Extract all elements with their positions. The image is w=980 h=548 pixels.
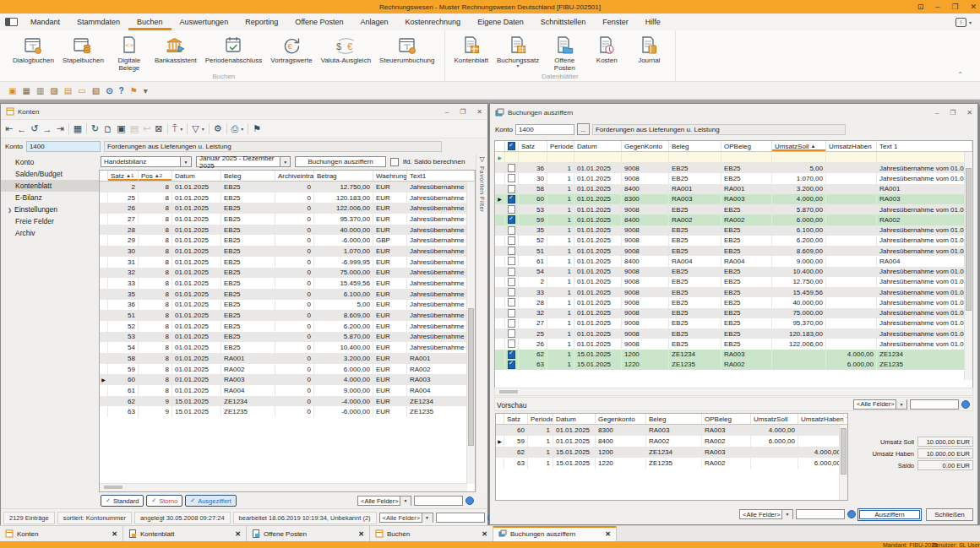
favoriten-filter-strip[interactable]: ▽ Favoriten Filter xyxy=(476,154,487,492)
sidebar-item-konto[interactable]: Konto xyxy=(1,156,99,168)
column-header-waehrung[interactable]: Waehrung xyxy=(373,171,407,181)
sidebar-item-archiv[interactable]: Archiv xyxy=(1,227,99,239)
ribbon-item-kontenblatt[interactable]: Kontenblatt xyxy=(450,33,493,65)
taskbar-tab-offene-posten[interactable]: Offene Posten✕ xyxy=(247,526,370,542)
table-row[interactable]: 28101.01.20259008EB25EB2540.000,00Jahres… xyxy=(495,297,972,307)
quick-search-input[interactable] xyxy=(414,496,463,506)
alle-felder-select[interactable]: <Alle Felder>▼ xyxy=(853,399,907,410)
column-header-satz[interactable]: Satz▲1 xyxy=(108,171,139,181)
sidebar-item-kontenblatt[interactable]: Kontenblatt xyxy=(1,180,99,192)
chevron-down-icon[interactable]: ▾ xyxy=(144,86,148,95)
alle-felder-select[interactable]: <Alle Felder>▼ xyxy=(739,509,793,519)
dropdown-arrow-icon[interactable]: ▾ xyxy=(202,126,204,132)
dropdown-arrow-icon[interactable]: ▾ xyxy=(517,64,520,68)
ribbon-collapse-icon[interactable]: ⌃ xyxy=(957,71,963,79)
print-icon[interactable]: ⎙ xyxy=(231,123,239,134)
ribbon-item-periodenabschluss[interactable]: Periodenabschluss xyxy=(201,33,267,65)
dropdown-arrow-icon[interactable]: ▾ xyxy=(241,126,243,132)
table-row[interactable]: 31801.01.2025EB250-6.999,95EURJahresüber… xyxy=(100,257,475,268)
row-checkbox[interactable] xyxy=(508,288,515,296)
column-header-pos[interactable]: Pos▲2 xyxy=(139,171,172,181)
table-row[interactable]: 30801.01.2025EB2501.070,00EURJahresübern… xyxy=(100,246,475,257)
row-checkbox[interactable] xyxy=(508,215,515,224)
table-row[interactable]: 51101.01.20259008EB25EB258.609,00Jahresü… xyxy=(495,246,972,256)
menu-item-offene-posten[interactable]: Offene Posten xyxy=(286,14,351,30)
alle-felder-select[interactable]: <Alle Felder>▼ xyxy=(379,513,433,523)
ribbon-item-stapelbuchen[interactable]: Stapelbuchen xyxy=(58,33,108,65)
column-header-periode[interactable]: Periode xyxy=(547,141,574,151)
sidebar-item-salden-budget[interactable]: Salden/Budget xyxy=(1,168,99,180)
last-record-icon[interactable]: ⇥ xyxy=(56,123,63,134)
folder-dropdown-icon[interactable]: ▨ xyxy=(50,86,57,95)
taskbar-tab-kontenblatt[interactable]: Kontenblatt✕ xyxy=(123,526,247,542)
row-checkbox[interactable] xyxy=(508,257,515,265)
column-header-umsatzsoll[interactable]: UmsatzSoll▲ xyxy=(772,141,826,151)
help-icon[interactable]: ? xyxy=(119,86,124,95)
search-go-icon[interactable] xyxy=(466,496,474,505)
filter-toggle-standard[interactable]: ✓Standard xyxy=(101,495,144,507)
alle-felder-select[interactable]: <Alle Felder>▼ xyxy=(357,496,411,506)
table-row[interactable]: 33801.01.2025EB25015.459,56EURJahresüber… xyxy=(100,278,475,289)
table-row[interactable]: 58101.01.20258400RA001RA0013.200,00RA001 xyxy=(495,184,972,194)
filter-toggle-storno[interactable]: ✓Storno xyxy=(146,495,182,507)
paste-icon[interactable]: ▤ xyxy=(130,123,139,134)
close-tab-icon[interactable]: ✕ xyxy=(112,530,117,538)
row-checkbox[interactable] xyxy=(508,236,515,245)
quick-search-input[interactable] xyxy=(796,509,845,519)
column-header-archiveintrag[interactable]: Archiveintrag xyxy=(275,171,314,181)
column-header-umsatzhaben[interactable]: UmsatzHaben xyxy=(798,414,844,424)
vertical-scrollbar[interactable] xyxy=(466,182,475,484)
table-row[interactable]: 60101.01.20258300RA003RA0034.000,00RA003 xyxy=(496,425,847,436)
window-icon[interactable]: ▥ xyxy=(36,86,44,95)
refresh-icon[interactable]: ↻ xyxy=(91,123,99,134)
row-checkbox[interactable] xyxy=(508,226,515,235)
first-record-icon[interactable]: ⇤ xyxy=(5,123,13,134)
dialog-titlebar[interactable]: Buchungen ausziffern – ❐ ✕ xyxy=(490,104,977,121)
ribbon-item-journal[interactable]: Journal xyxy=(628,33,670,65)
menu-item-kostenrechnung[interactable]: Kostenrechnung xyxy=(397,14,470,30)
column-header-periode[interactable]: Periode xyxy=(528,414,553,424)
dialog-restore-button[interactable]: ❐ xyxy=(950,109,956,117)
table-row[interactable]: 62115.01.20251200ZE1234RA0034.000,00ZE12… xyxy=(495,350,972,360)
horizontal-scrollbar[interactable] xyxy=(100,483,467,491)
row-checkbox[interactable] xyxy=(508,185,515,193)
table-row[interactable]: 25801.01.2025EB250120.183,00EURJahresübe… xyxy=(100,193,475,203)
prev-record-icon[interactable]: ← xyxy=(17,124,26,134)
restore-button[interactable]: ❐ xyxy=(951,3,958,11)
table-row[interactable]: 2801.01.2025EB25012.750,00EURJahresübern… xyxy=(100,182,475,193)
dropdown-arrow-icon[interactable]: ▼ xyxy=(280,157,290,166)
table-row[interactable]: 25101.01.20259008EB25EB25120.183,00Jahre… xyxy=(495,328,972,339)
menu-item-stammdaten[interactable]: Stammdaten xyxy=(68,14,128,30)
copy-icon[interactable]: ▣ xyxy=(117,123,125,134)
table-row[interactable]: 59801.01.2025RA00206.000,00EURRA002 xyxy=(100,364,475,375)
select-all-checkbox[interactable] xyxy=(505,141,519,151)
schliessen-button[interactable]: Schließen xyxy=(926,508,973,521)
row-checkbox[interactable] xyxy=(508,319,515,328)
history-icon[interactable]: ↺ xyxy=(30,123,38,134)
dropdown-arrow-icon[interactable]: ▼ xyxy=(400,496,411,506)
table-row[interactable]: 53101.01.20259008EB25EB255.870,00Jahresü… xyxy=(495,204,972,214)
quick-search-input[interactable] xyxy=(436,513,485,523)
close-tab-icon[interactable]: ✕ xyxy=(482,530,487,538)
table-row[interactable]: 26801.01.2025EB250122.006,00EURJahresübe… xyxy=(100,203,475,214)
table-row[interactable]: 62115.01.20251200ZE1234RA0034.000,00ZE12… xyxy=(496,447,847,458)
table-row[interactable]: 51801.01.2025EB2508.609,00EURJahresübern… xyxy=(100,310,475,321)
layers-icon[interactable]: ▧ xyxy=(92,86,100,95)
column-header-umsatzsoll[interactable]: UmsatzSoll xyxy=(751,414,798,424)
row-checkbox[interactable] xyxy=(508,309,515,317)
search-go-icon[interactable] xyxy=(847,510,856,518)
table-row[interactable]: 63915.01.2025ZE12350-6.000,00EURZE1235 xyxy=(100,406,475,417)
cube-icon[interactable]: ▣ xyxy=(8,86,16,95)
column-header-gegenkonto[interactable]: GegenKonto xyxy=(622,141,669,151)
konten-window-titlebar[interactable]: Konten – ❐ ✕ xyxy=(1,104,487,119)
column-header-gegenkonto[interactable]: Gegenkonto xyxy=(596,414,646,424)
table-row[interactable]: 63115.01.20251220ZE1235RA0026.000,00ZE12… xyxy=(495,360,972,370)
taskbar-tab-buchungen-ausziffern[interactable]: Buchungen ausziffern✕ xyxy=(493,526,617,542)
next-record-icon[interactable]: → xyxy=(42,124,52,134)
feedback-dropdown-icon[interactable]: ▾ xyxy=(969,19,972,25)
sidebar-item-einstellungen[interactable]: ❯Einstellungen xyxy=(1,203,99,215)
sidebar-item-freie-felder[interactable]: Freie Felder xyxy=(1,215,99,227)
window-minimize-button[interactable]: – xyxy=(445,108,449,116)
feedback-icon[interactable]: ! xyxy=(956,18,966,27)
menu-item-reporting[interactable]: Reporting xyxy=(237,14,286,30)
